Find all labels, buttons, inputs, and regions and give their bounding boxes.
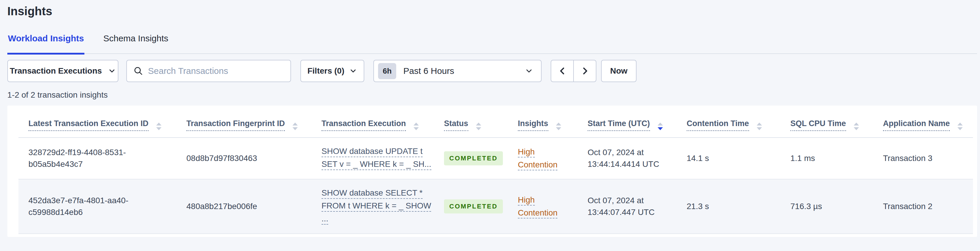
transaction-type-dropdown[interactable]: Transaction Executions: [7, 60, 118, 82]
column-header-contention-time[interactable]: Contention Time: [677, 119, 780, 130]
sort-toggle-icon[interactable]: [757, 123, 762, 130]
column-header-insights[interactable]: Insights: [508, 119, 578, 130]
tab-workload-insights[interactable]: Workload Insights: [7, 34, 84, 54]
transaction-fingerprint-id-cell: 480a8b217be006fe: [177, 201, 312, 212]
tab-bar: Workload Insights Schema Insights: [7, 34, 977, 54]
insight-label[interactable]: High Contention: [518, 147, 557, 170]
table-row: 328729d2-ff19-4408-8531-b05a5b4e43c7 08d…: [19, 138, 973, 179]
application-name-cell: Transaction 2: [873, 201, 973, 212]
status-badge: COMPLETED: [444, 200, 503, 213]
filters-label: Filters (0): [307, 66, 344, 76]
sort-toggle-icon[interactable]: [476, 123, 481, 130]
start-time-cell: Oct 07, 2024 at 13:44:14.4414 UTC: [578, 147, 677, 170]
sort-toggle-icon[interactable]: [854, 123, 859, 130]
time-range-label: Past 6 Hours: [403, 66, 525, 76]
sort-toggle-icon[interactable]: [293, 123, 298, 130]
chevron-left-icon: [558, 66, 567, 76]
contention-time-cell: 14.1 s: [677, 152, 780, 164]
column-header-application-name[interactable]: Application Name: [873, 119, 973, 130]
tab-schema-insights[interactable]: Schema Insights: [103, 34, 169, 53]
search-box: [126, 60, 291, 82]
sql-cpu-time-cell: 1.1 ms: [780, 152, 873, 164]
chevron-right-icon: [580, 66, 590, 76]
transaction-type-label: Transaction Executions: [10, 66, 102, 76]
chevron-down-icon: [108, 67, 116, 75]
time-range-badge: 6h: [378, 63, 396, 79]
transaction-execution-link[interactable]: SHOW database SELECT * FROM t WHERE k = …: [312, 187, 434, 226]
sort-toggle-icon[interactable]: [414, 123, 419, 130]
page-title: Insights: [7, 4, 980, 18]
toolbar: Transaction Executions Filters (0) 6h Pa…: [7, 60, 980, 82]
search-icon: [134, 66, 143, 76]
now-button[interactable]: Now: [601, 60, 636, 82]
previous-time-range-button[interactable]: [550, 60, 574, 82]
sort-toggle-icon[interactable]: [958, 123, 963, 130]
table-row: 452da3e7-e7fa-4801-aa40-c59988d14eb6 480…: [19, 179, 973, 234]
sort-toggle-icon[interactable]: [156, 123, 161, 130]
sql-cpu-time-cell: 716.3 µs: [780, 201, 873, 212]
transaction-execution-link[interactable]: SHOW database UPDATE t SET v = _ WHERE k…: [312, 145, 434, 171]
start-time-cell: Oct 07, 2024 at 13:44:07.447 UTC: [578, 195, 677, 218]
column-header-transaction-execution[interactable]: Transaction Execution: [312, 119, 434, 130]
column-header-transaction-fingerprint-id[interactable]: Transaction Fingerprint ID: [177, 119, 312, 130]
latest-transaction-execution-id-cell: 328729d2-ff19-4408-8531-b05a5b4e43c7: [19, 147, 177, 170]
results-count: 1-2 of 2 transaction insights: [7, 90, 980, 100]
insights-table: Latest Transaction Execution ID Transact…: [7, 106, 977, 237]
status-cell: COMPLETED: [434, 200, 508, 213]
transaction-fingerprint-id-cell: 08d8b7d97f830463: [177, 152, 312, 164]
filters-button[interactable]: Filters (0): [301, 60, 364, 82]
sort-toggle-icon[interactable]: [658, 123, 663, 130]
column-header-start-time[interactable]: Start Time (UTC): [578, 119, 677, 130]
sort-toggle-icon[interactable]: [556, 123, 561, 130]
next-time-range-button[interactable]: [573, 60, 597, 82]
time-range-picker[interactable]: 6h Past 6 Hours: [373, 60, 542, 82]
contention-time-cell: 21.3 s: [677, 201, 780, 212]
insights-cell: High Contention: [508, 193, 578, 219]
table-header-row: Latest Transaction Execution ID Transact…: [19, 106, 973, 138]
column-header-sql-cpu-time[interactable]: SQL CPU Time: [780, 119, 873, 130]
insights-cell: High Contention: [508, 145, 578, 171]
column-header-status[interactable]: Status: [434, 119, 508, 130]
status-cell: COMPLETED: [434, 151, 508, 165]
application-name-cell: Transaction 3: [873, 152, 973, 164]
chevron-down-icon: [349, 67, 357, 75]
time-range-pager: [550, 60, 597, 82]
insights-page: Insights Workload Insights Schema Insigh…: [0, 0, 980, 237]
search-input[interactable]: [148, 66, 285, 76]
status-badge: COMPLETED: [444, 151, 503, 165]
insight-label[interactable]: High Contention: [518, 195, 557, 219]
chevron-down-icon: [525, 67, 533, 75]
latest-transaction-execution-id-cell: 452da3e7-e7fa-4801-aa40-c59988d14eb6: [19, 195, 177, 218]
column-header-latest-transaction-execution-id[interactable]: Latest Transaction Execution ID: [19, 119, 177, 130]
